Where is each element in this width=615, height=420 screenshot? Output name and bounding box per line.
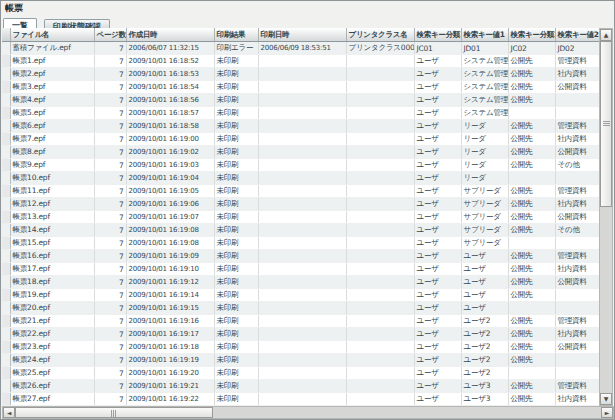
column-header-k2v[interactable]: 検索キー値2 xyxy=(555,28,599,42)
table-row[interactable]: 帳票17.epf72009/10/01 16:19:10未印刷ユーザユーザ公開先… xyxy=(2,263,599,276)
vertical-scroll-thumb[interactable] xyxy=(600,41,612,207)
cell-created: 2009/10/01 16:18:53 xyxy=(126,68,214,81)
table-row[interactable]: 帳票21.epf72009/10/01 16:19:16未印刷ユーザユーザ2公開… xyxy=(2,315,599,328)
table-row[interactable]: 帳票4.epf72009/10/01 16:18:56未印刷ユーザシステム管理者… xyxy=(2,94,599,107)
table-row[interactable]: 帳票11.epf72009/10/01 16:19:05未印刷ユーザサブリーダ公… xyxy=(2,185,599,198)
row-selector[interactable] xyxy=(2,289,10,302)
table-row[interactable]: 帳票22.epf72009/10/01 16:19:17未印刷ユーザユーザ2公開… xyxy=(2,328,599,341)
table-row[interactable]: 帳票2.epf72009/10/01 16:18:53未印刷ユーザシステム管理者… xyxy=(2,68,599,81)
table-row[interactable]: 帳票5.epf72009/10/01 16:18:57未印刷ユーザシステム管理者 xyxy=(2,107,599,120)
table-row[interactable]: 帳票24.epf72009/10/01 16:19:19未印刷ユーザユーザ2公開… xyxy=(2,354,599,367)
vertical-scrollbar[interactable]: ▲ ▼ xyxy=(599,28,613,406)
scroll-left-button[interactable]: ◄ xyxy=(3,407,15,418)
row-selector[interactable] xyxy=(2,120,10,133)
cell-k1c: JC01 xyxy=(414,42,461,55)
table-row[interactable]: 帳票1.epf72009/10/01 16:18:52未印刷ユーザシステム管理者… xyxy=(2,55,599,68)
cell-printed xyxy=(258,276,346,289)
table-row[interactable]: 蓄積ファイル.epf72006/06/07 11:32:15印刷エラー2006/… xyxy=(2,42,599,55)
table-row[interactable]: 帳票7.epf72009/10/01 16:19:00未印刷ユーザリーダ公開先社… xyxy=(2,133,599,146)
cell-k2v: 社内資料 xyxy=(555,263,599,276)
row-selector[interactable] xyxy=(2,341,10,354)
cell-result: 未印刷 xyxy=(214,55,258,68)
horizontal-scrollbar[interactable]: ◄ ► xyxy=(2,406,614,419)
row-selector[interactable] xyxy=(2,211,10,224)
cell-printed xyxy=(258,211,346,224)
table-row[interactable]: 帳票27.epf72009/10/01 16:19:22未印刷ユーザユーザ3公開… xyxy=(2,393,599,406)
row-selector[interactable] xyxy=(2,224,10,237)
scroll-down-button[interactable]: ▼ xyxy=(600,393,612,405)
cell-pages: 7 xyxy=(94,315,126,328)
row-selector[interactable] xyxy=(2,380,10,393)
cell-k1v: ユーザ xyxy=(461,289,508,302)
row-selector[interactable] xyxy=(2,276,10,289)
column-header-result[interactable]: 印刷結果 xyxy=(214,28,258,42)
table-row[interactable]: 帳票8.epf72009/10/01 16:19:02未印刷ユーザリーダ公開先公… xyxy=(2,146,599,159)
column-header-printed[interactable]: 印刷日時 xyxy=(258,28,346,42)
column-header-printer[interactable]: プリンタクラス名 xyxy=(346,28,414,42)
cell-created: 2009/10/01 16:19:09 xyxy=(126,250,214,263)
cell-printer xyxy=(346,328,414,341)
cell-k1v: ユーザ2 xyxy=(461,315,508,328)
table-row[interactable]: 帳票18.epf72009/10/01 16:19:12未印刷ユーザユーザ公開先… xyxy=(2,276,599,289)
table-row[interactable]: 帳票12.epf72009/10/01 16:19:06未印刷ユーザサブリーダ公… xyxy=(2,198,599,211)
table-row[interactable]: 帳票19.epf72009/10/01 16:19:14未印刷ユーザユーザ公開先 xyxy=(2,289,599,302)
row-selector[interactable] xyxy=(2,302,10,315)
table-row[interactable]: 帳票9.epf72009/10/01 16:19:03未印刷ユーザリーダ公開先そ… xyxy=(2,159,599,172)
cell-pages: 7 xyxy=(94,302,126,315)
row-selector[interactable] xyxy=(2,237,10,250)
column-header-created[interactable]: 作成日時 xyxy=(126,28,214,42)
column-header-k1c[interactable]: 検索キー分類1 xyxy=(414,28,461,42)
row-selector[interactable] xyxy=(2,55,10,68)
table-row[interactable]: 帳票14.epf72009/10/01 16:19:08未印刷ユーザサブリーダ公… xyxy=(2,224,599,237)
cell-k1v: ユーザ3 xyxy=(461,380,508,393)
column-header-pages[interactable]: ページ数 xyxy=(94,28,126,42)
column-header-file[interactable]: ファイル名 xyxy=(10,28,94,42)
table-row[interactable]: 帳票13.epf72009/10/01 16:19:07未印刷ユーザサブリーダ公… xyxy=(2,211,599,224)
column-header-selector[interactable] xyxy=(2,28,10,42)
cell-k1v: ユーザ xyxy=(461,302,508,315)
row-selector[interactable] xyxy=(2,354,10,367)
row-selector[interactable] xyxy=(2,159,10,172)
row-selector[interactable] xyxy=(2,42,10,55)
row-selector[interactable] xyxy=(2,172,10,185)
row-selector[interactable] xyxy=(2,94,10,107)
cell-file: 帳票6.epf xyxy=(10,120,94,133)
table-row[interactable]: 帳票6.epf72009/10/01 16:18:58未印刷ユーザリーダ公開先管… xyxy=(2,120,599,133)
cell-k2v xyxy=(555,367,599,380)
app-window: 帳票 一覧 印刷状態確認 ファイル名ページ数作成日時印刷結果印刷日時プリンタクラ… xyxy=(0,0,615,420)
column-header-k2c[interactable]: 検索キー分類2 xyxy=(508,28,555,42)
scroll-up-button[interactable]: ▲ xyxy=(600,29,612,41)
cell-pages: 7 xyxy=(94,328,126,341)
cell-k2v: 管理資料 xyxy=(555,185,599,198)
row-selector[interactable] xyxy=(2,250,10,263)
cell-k1c: ユーザ xyxy=(414,328,461,341)
row-selector[interactable] xyxy=(2,146,10,159)
tab-bar: 一覧 印刷状態確認 xyxy=(3,14,112,29)
cell-result: 未印刷 xyxy=(214,393,258,406)
row-selector[interactable] xyxy=(2,107,10,120)
row-selector[interactable] xyxy=(2,263,10,276)
table-row[interactable]: 帳票25.epf72009/10/01 16:19:20未印刷ユーザユーザ2 xyxy=(2,367,599,380)
cell-k2v: 公開資料 xyxy=(555,341,599,354)
cell-k2v xyxy=(555,302,599,315)
cell-printer xyxy=(346,315,414,328)
row-selector[interactable] xyxy=(2,367,10,380)
table-row[interactable]: 帳票15.epf72009/10/01 16:19:08未印刷ユーザサブリーダ xyxy=(2,237,599,250)
row-selector[interactable] xyxy=(2,68,10,81)
row-selector[interactable] xyxy=(2,315,10,328)
row-selector[interactable] xyxy=(2,81,10,94)
row-selector[interactable] xyxy=(2,328,10,341)
row-selector[interactable] xyxy=(2,393,10,406)
column-header-k1v[interactable]: 検索キー値1 xyxy=(461,28,508,42)
table-row[interactable]: 帳票16.epf72009/10/01 16:19:09未印刷ユーザユーザ公開先… xyxy=(2,250,599,263)
row-selector[interactable] xyxy=(2,133,10,146)
row-selector[interactable] xyxy=(2,185,10,198)
table-row[interactable]: 帳票10.epf72009/10/01 16:19:04未印刷ユーザリーダ xyxy=(2,172,599,185)
table-row[interactable]: 帳票23.epf72009/10/01 16:19:18未印刷ユーザユーザ2公開… xyxy=(2,341,599,354)
horizontal-scroll-thumb[interactable] xyxy=(15,407,213,418)
table-row[interactable]: 帳票20.epf72009/10/01 16:19:15未印刷ユーザユーザ xyxy=(2,302,599,315)
table-row[interactable]: 帳票3.epf72009/10/01 16:18:54未印刷ユーザシステム管理者… xyxy=(2,81,599,94)
row-selector[interactable] xyxy=(2,198,10,211)
table-row[interactable]: 帳票26.epf72009/10/01 16:19:21未印刷ユーザユーザ3公開… xyxy=(2,380,599,393)
scroll-right-button[interactable]: ► xyxy=(601,407,613,418)
